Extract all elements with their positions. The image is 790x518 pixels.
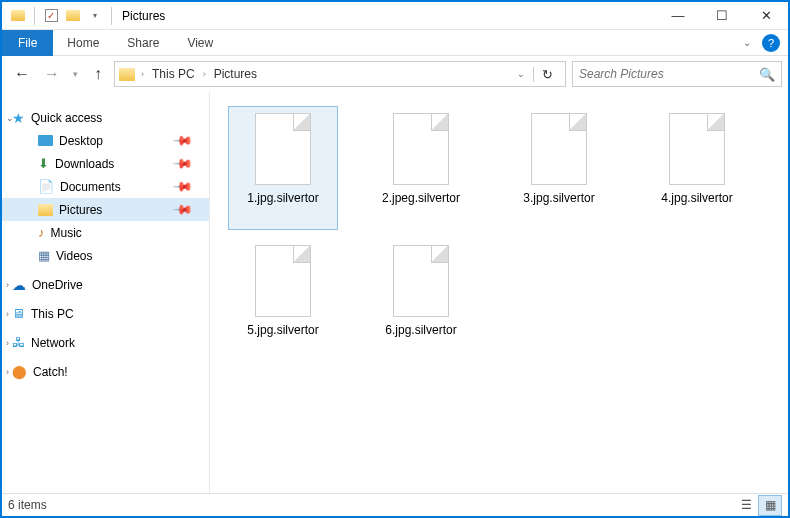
onedrive-icon: ☁ [12,277,26,293]
status-bar: 6 items ☰ ▦ [2,493,788,516]
details-view-button[interactable]: ☰ [734,495,758,516]
music-icon: ♪ [38,225,45,240]
tab-view[interactable]: View [173,30,227,56]
chevron-down-icon[interactable]: ▾ [85,6,105,26]
file-name: 2.jpeg.silvertor [382,191,460,205]
properties-checkbox-icon[interactable]: ✓ [41,6,61,26]
file-name: 3.jpg.silvertor [523,191,594,205]
location-folder-icon [119,68,135,81]
chevron-right-icon[interactable]: › [201,69,208,79]
catch--icon: ⬤ [12,364,27,379]
file-item[interactable]: 5.jpg.silvertor [228,238,338,362]
breadcrumb-this-pc[interactable]: This PC [148,67,199,81]
pin-icon: 📌 [172,130,194,152]
explorer-icon [8,6,28,26]
sidebar-item-label: Catch! [33,365,68,379]
navigation-bar: ← → ▾ ↑ › This PC › Pictures ⌄ ↻ 🔍 [2,56,788,92]
file-item[interactable]: 3.jpg.silvertor [504,106,614,230]
file-icon [393,113,449,185]
sidebar-item-label: Downloads [55,157,114,171]
file-icon [255,113,311,185]
file-tab[interactable]: File [2,30,53,56]
qat-dropdown-icon[interactable] [63,6,83,26]
separator [111,7,112,25]
sidebar-item-label: OneDrive [32,278,83,292]
address-dropdown-icon[interactable]: ⌄ [511,69,531,79]
minimize-button[interactable]: — [656,2,700,30]
sidebar-item-desktop[interactable]: Desktop📌 [2,129,209,152]
chevron-right-icon[interactable]: › [6,280,9,290]
sidebar-item-catch-[interactable]: ›⬤Catch! [2,360,209,383]
sidebar-item-pictures[interactable]: Pictures📌 [2,198,209,221]
chevron-right-icon[interactable]: › [6,338,9,348]
file-item[interactable]: 1.jpg.silvertor [228,106,338,230]
tab-home[interactable]: Home [53,30,113,56]
icons-view-button[interactable]: ▦ [758,495,782,516]
sidebar-label: Quick access [31,111,102,125]
forward-button[interactable]: → [38,60,66,88]
sidebar-item-label: Documents [60,180,121,194]
search-icon[interactable]: 🔍 [759,67,775,82]
file-name: 6.jpg.silvertor [385,323,456,337]
sidebar-item-label: This PC [31,307,74,321]
status-item-count: 6 items [8,498,47,512]
sidebar-item-documents[interactable]: 📄Documents📌 [2,175,209,198]
file-name: 5.jpg.silvertor [247,323,318,337]
collapse-ribbon-icon[interactable]: ⌄ [736,32,758,54]
maximize-button[interactable]: ☐ [700,2,744,30]
up-button[interactable]: ↑ [84,60,112,88]
main-area: ⌄ ★ Quick access Desktop📌⬇Downloads📌📄Doc… [2,92,788,495]
file-icon [669,113,725,185]
file-item[interactable]: 6.jpg.silvertor [366,238,476,362]
address-bar[interactable]: › This PC › Pictures ⌄ ↻ [114,61,566,87]
file-icon [255,245,311,317]
file-name: 1.jpg.silvertor [247,191,318,205]
chevron-right-icon[interactable]: › [6,309,9,319]
sidebar-item-downloads[interactable]: ⬇Downloads📌 [2,152,209,175]
separator [34,7,35,25]
sidebar-quick-access[interactable]: ⌄ ★ Quick access [2,106,209,129]
sidebar-item-onedrive[interactable]: ›☁OneDrive [2,273,209,296]
pictures-icon [38,204,53,216]
breadcrumb-pictures[interactable]: Pictures [210,67,261,81]
documents-icon: 📄 [38,179,54,194]
sidebar-item-label: Network [31,336,75,350]
ribbon-tabs: File Home Share View ⌄ ? [2,30,788,56]
tab-share[interactable]: Share [113,30,173,56]
back-button[interactable]: ← [8,60,36,88]
file-list[interactable]: 1.jpg.silvertor2.jpeg.silvertor3.jpg.sil… [210,92,788,495]
network-icon: 🖧 [12,335,25,350]
pin-icon: 📌 [172,153,194,175]
this-pc-icon: 🖥 [12,306,25,321]
file-item[interactable]: 2.jpeg.silvertor [366,106,476,230]
chevron-right-icon[interactable]: › [6,367,9,377]
window-title: Pictures [122,9,165,23]
navigation-pane: ⌄ ★ Quick access Desktop📌⬇Downloads📌📄Doc… [2,92,210,495]
refresh-button[interactable]: ↻ [533,67,561,82]
sidebar-item-label: Desktop [59,134,103,148]
quick-access-toolbar: ✓ ▾ [8,6,116,26]
window-controls: — ☐ ✕ [656,2,788,30]
file-item[interactable]: 4.jpg.silvertor [642,106,752,230]
sidebar-item-music[interactable]: ♪Music [2,221,209,244]
sidebar-item-label: Music [51,226,82,240]
chevron-right-icon[interactable]: › [139,69,146,79]
chevron-down-icon[interactable]: ⌄ [6,113,14,123]
sidebar-item-label: Videos [56,249,92,263]
help-icon[interactable]: ? [762,34,780,52]
sidebar-item-this-pc[interactable]: ›🖥This PC [2,302,209,325]
downloads-icon: ⬇ [38,156,49,171]
recent-dropdown-icon[interactable]: ▾ [68,60,82,88]
sidebar-item-label: Pictures [59,203,102,217]
pin-icon: 📌 [172,199,194,221]
sidebar-item-videos[interactable]: ▦Videos [2,244,209,267]
title-bar: ✓ ▾ Pictures — ☐ ✕ [2,2,788,30]
close-button[interactable]: ✕ [744,2,788,30]
pin-icon: 📌 [172,176,194,198]
view-switcher: ☰ ▦ [734,495,782,516]
file-icon [531,113,587,185]
search-input[interactable] [579,67,759,81]
search-box[interactable]: 🔍 [572,61,782,87]
file-name: 4.jpg.silvertor [661,191,732,205]
sidebar-item-network[interactable]: ›🖧Network [2,331,209,354]
